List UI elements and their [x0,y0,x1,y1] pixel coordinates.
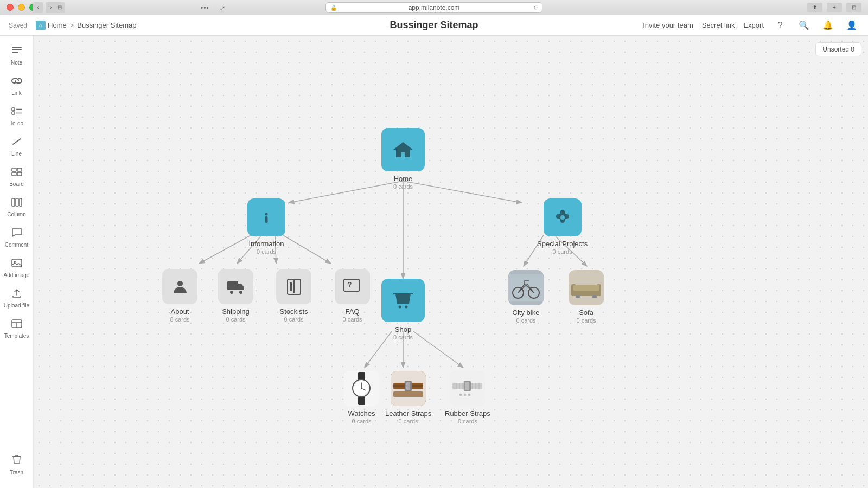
canvas: Unsorted 0 [34,36,868,488]
svg-rect-15 [12,259,22,267]
city-bike-node-label: City bike [513,309,540,317]
node-sofa[interactable]: Sofa 0 cards [569,270,604,324]
sidebar-item-line[interactable]: Line [3,132,31,160]
sidebar-item-trash[interactable]: Trash [3,450,31,478]
secret-link-button[interactable]: Secret link [702,21,735,29]
node-information[interactable]: Information 0 cards [247,198,285,255]
svg-rect-1 [12,49,22,50]
profile-button[interactable]: 👤 [844,18,859,33]
svg-rect-57 [573,285,599,291]
about-node-label: About [171,307,189,316]
traffic-lights [7,4,36,11]
stockists-node-label: Stockists [279,307,308,316]
sidebar: Note Link To-do Line Board [0,36,34,488]
header-actions: Invite your team Secret link Export ? 🔍 … [643,18,859,33]
node-shop[interactable]: Shop 0 cards [381,279,425,341]
home-label: Home [48,21,67,29]
tab-dots: ••• [201,3,209,12]
special-projects-node-cards: 0 cards [553,248,572,255]
column-icon [11,197,23,210]
node-faq[interactable]: ? FAQ 0 cards [335,269,370,323]
breadcrumb: ⌂ Home > Bussinger Sitemap [36,21,136,30]
templates-label: Templates [4,333,29,339]
shop-node-cards: 0 cards [393,334,413,341]
invite-team-button[interactable]: Invite your team [643,21,693,29]
svg-rect-66 [358,397,365,405]
svg-rect-0 [12,47,22,48]
unsorted-button[interactable]: Unsorted 0 [815,42,861,56]
sidebar-item-link[interactable]: Link [3,72,31,100]
svg-rect-84 [465,382,469,390]
node-stockists[interactable]: Stockists 0 cards [276,269,311,323]
node-special-projects[interactable]: Special Projects 0 cards [537,198,588,255]
comment-label: Comment [5,242,28,248]
link-icon [11,76,23,88]
new-tab-button[interactable]: + [827,3,842,12]
sidebar-item-board[interactable]: Board [3,163,31,191]
expand-button[interactable]: ⤢ [220,3,225,12]
board-label: Board [9,181,24,187]
node-home[interactable]: Home 0 cards [381,128,425,190]
svg-line-25 [199,235,251,264]
sidebar-item-todo[interactable]: To-do [3,102,31,130]
board-icon [11,167,23,179]
notifications-button[interactable]: 🔔 [820,18,835,33]
node-shipping[interactable]: Shipping 0 cards [218,269,253,323]
leather-straps-node-box [391,371,426,406]
svg-point-37 [399,306,401,309]
sidebar-item-note[interactable]: Note [3,41,31,69]
information-node-box [247,198,285,236]
sidebar-toggle-button[interactable]: ⊡ [846,3,861,12]
svg-rect-10 [12,172,16,176]
reload-icon[interactable]: ↻ [533,4,538,10]
todo-icon [11,106,23,119]
home-breadcrumb[interactable]: ⌂ Home [36,21,67,30]
sidebar-item-templates[interactable]: Templates [3,314,31,343]
stockists-node-box [276,269,311,304]
share-button[interactable]: ⬆ [807,3,822,12]
sidebar-item-column[interactable]: Column [3,193,31,221]
search-button[interactable]: 🔍 [796,18,812,33]
svg-point-38 [405,306,408,309]
watches-node-label: Watches [348,409,375,418]
svg-rect-45 [293,280,295,293]
help-button[interactable]: ? [773,18,788,33]
sidebar-item-upload-file[interactable]: Upload file [3,284,31,312]
node-about[interactable]: About 8 cards [162,269,197,323]
svg-rect-8 [12,168,16,171]
column-label: Column [7,211,25,217]
templates-icon [11,319,23,331]
svg-rect-72 [393,391,423,397]
rubber-straps-node-box [450,371,485,406]
close-window-button[interactable] [7,4,14,11]
export-button[interactable]: Export [743,21,764,29]
stockists-node-cards: 0 cards [284,316,303,323]
sofa-node-cards: 0 cards [576,317,596,324]
back-button[interactable]: ‹ [33,2,43,13]
current-page-breadcrumb: Bussinger Sitemap [77,21,136,29]
home-node-cards: 0 cards [393,183,413,190]
trash-icon [11,453,23,468]
sidebar-item-comment[interactable]: Comment [3,223,31,252]
url-bar[interactable]: 🔒 app.milanote.com ↻ [326,2,542,13]
svg-point-85 [459,394,462,396]
about-node-box [162,269,197,304]
page-title: Bussinger Sitemap [390,20,478,31]
node-city-bike[interactable]: City bike 0 cards [508,270,544,324]
information-node-label: Information [248,240,284,248]
about-node-cards: 8 cards [170,316,189,323]
information-node-cards: 0 cards [257,248,276,255]
svg-point-36 [560,215,565,220]
node-watches[interactable]: Watches 0 cards [344,371,379,425]
tab-switcher-button[interactable]: ⊟ [54,2,65,13]
svg-point-34 [265,213,268,216]
sidebar-item-add-image[interactable]: Add image [3,254,31,282]
note-label: Note [11,60,22,66]
svg-rect-4 [12,112,15,114]
rubber-straps-node-label: Rubber Straps [445,409,490,418]
node-leather-straps[interactable]: Leather Straps 0 cards [385,371,431,425]
node-rubber-straps[interactable]: Rubber Straps 0 cards [445,371,490,425]
svg-rect-9 [17,168,22,171]
minimize-window-button[interactable] [18,4,25,11]
url-text: app.milanote.com [409,4,460,11]
